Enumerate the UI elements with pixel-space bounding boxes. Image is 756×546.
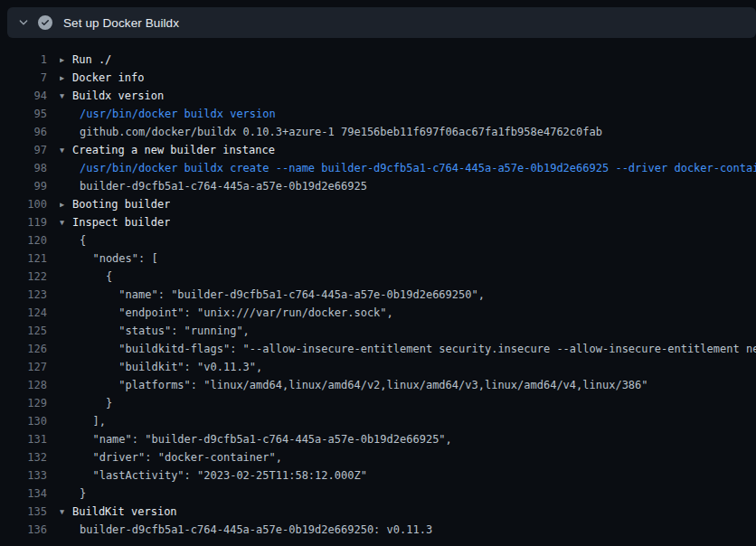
log-text: builder-d9cfb5a1-c764-445a-a57e-0b19d2e6… [80, 523, 432, 536]
log-text: { [80, 270, 112, 283]
line-number[interactable]: 122 [0, 270, 47, 283]
log-line[interactable]: 96 github.com/docker/buildx 0.10.3+azure… [0, 123, 756, 141]
log-text: } [80, 487, 86, 500]
log-line[interactable]: 134 } [0, 485, 756, 503]
log-text: "platforms": "linux/amd64,linux/amd64/v2… [80, 379, 648, 391]
triangle-right-icon: ▶ [60, 55, 72, 64]
step-title: Set up Docker Buildx [63, 16, 179, 30]
log-line[interactable]: 98 /usr/bin/docker buildx create --name … [0, 159, 756, 177]
triangle-down-icon: ▼ [60, 91, 72, 100]
log-line[interactable]: 128 "platforms": "linux/amd64,linux/amd6… [0, 376, 756, 394]
log-text: /usr/bin/docker buildx version [80, 108, 276, 120]
line-number[interactable]: 136 [0, 523, 47, 536]
log-text: "driver": "docker-container", [80, 451, 282, 464]
triangle-right-icon: ▶ [60, 200, 72, 209]
log-text: Buildx version [72, 89, 164, 102]
line-number[interactable]: 99 [0, 180, 47, 193]
chevron-down-icon[interactable] [16, 16, 30, 30]
log-area: 1 ▶ Run ./ 7 ▶ Docker info 94 ▼ Buildx v… [0, 38, 756, 539]
log-line[interactable]: 127 "buildkit": "v0.11.3", [0, 358, 756, 376]
line-number[interactable]: 7 [0, 71, 47, 84]
line-number[interactable]: 126 [0, 343, 47, 355]
log-text: Booting builder [72, 198, 170, 211]
log-text: Run ./ [72, 53, 111, 66]
log-text: { [80, 234, 86, 247]
line-number[interactable]: 129 [0, 397, 47, 410]
line-number[interactable]: 120 [0, 234, 47, 247]
log-text: builder-d9cfb5a1-c764-445a-a57e-0b19d2e6… [80, 180, 367, 193]
line-number[interactable]: 131 [0, 433, 47, 446]
triangle-down-icon: ▼ [60, 507, 72, 516]
log-line[interactable]: 130 ], [0, 412, 756, 430]
log-text: "name": "builder-d9cfb5a1-c764-445a-a57e… [80, 433, 452, 446]
line-number[interactable]: 135 [0, 505, 47, 518]
line-number[interactable]: 127 [0, 361, 47, 373]
log-line[interactable]: 94 ▼ Buildx version [0, 87, 756, 105]
log-line[interactable]: 120 { [0, 231, 756, 249]
log-text: "nodes": [ [80, 252, 158, 265]
step-header[interactable]: Set up Docker Buildx [7, 7, 756, 38]
log-text: "status": "running", [80, 325, 250, 337]
line-number[interactable]: 125 [0, 325, 47, 337]
line-number[interactable]: 133 [0, 469, 47, 482]
log-text: "name": "builder-d9cfb5a1-c764-445a-a57e… [80, 288, 485, 301]
line-number[interactable]: 97 [0, 144, 47, 156]
line-number[interactable]: 132 [0, 451, 47, 464]
line-number[interactable]: 123 [0, 288, 47, 301]
line-number[interactable]: 1 [0, 53, 47, 66]
log-line[interactable]: 7 ▶ Docker info [0, 69, 756, 87]
log-line[interactable]: 135 ▼ BuildKit version [0, 503, 756, 521]
log-line[interactable]: 99 builder-d9cfb5a1-c764-445a-a57e-0b19d… [0, 177, 756, 195]
log-line[interactable]: 121 "nodes": [ [0, 249, 756, 268]
triangle-right-icon: ▶ [60, 73, 72, 82]
log-text: "lastActivity": "2023-02-25T11:58:12.000… [80, 469, 367, 482]
log-line[interactable]: 132 "driver": "docker-container", [0, 448, 756, 466]
line-number[interactable]: 94 [0, 89, 47, 102]
log-line[interactable]: 119 ▼ Inspect builder [0, 213, 756, 231]
log-line[interactable]: 97 ▼ Creating a new builder instance [0, 141, 756, 159]
line-number[interactable]: 98 [0, 162, 47, 174]
log-line[interactable]: 100 ▶ Booting builder [0, 195, 756, 213]
log-line[interactable]: 1 ▶ Run ./ [0, 51, 756, 69]
log-line[interactable]: 129 } [0, 394, 756, 412]
line-number[interactable]: 134 [0, 487, 47, 500]
log-text: } [80, 397, 112, 410]
log-line[interactable]: 95 /usr/bin/docker buildx version [0, 105, 756, 123]
line-number[interactable]: 128 [0, 379, 47, 391]
line-number[interactable]: 100 [0, 198, 47, 211]
log-text: /usr/bin/docker buildx create --name bui… [80, 162, 756, 174]
line-number[interactable]: 121 [0, 252, 47, 265]
log-line[interactable]: 126 "buildkitd-flags": "--allow-insecure… [0, 340, 756, 358]
log-line[interactable]: 125 "status": "running", [0, 322, 756, 340]
log-line[interactable]: 123 "name": "builder-d9cfb5a1-c764-445a-… [0, 286, 756, 304]
log-text: Creating a new builder instance [72, 144, 275, 156]
line-number[interactable]: 130 [0, 415, 47, 428]
log-line[interactable]: 131 "name": "builder-d9cfb5a1-c764-445a-… [0, 430, 756, 448]
line-number[interactable]: 119 [0, 216, 47, 229]
line-number[interactable]: 95 [0, 108, 47, 120]
log-text: Docker info [72, 71, 144, 84]
log-text: "buildkitd-flags": "--allow-insecure-ent… [80, 343, 756, 355]
log-line[interactable]: 136 builder-d9cfb5a1-c764-445a-a57e-0b19… [0, 521, 756, 539]
line-number[interactable]: 96 [0, 126, 47, 138]
triangle-down-icon: ▼ [60, 146, 72, 155]
log-text: BuildKit version [72, 505, 177, 518]
log-line[interactable]: 122 { [0, 268, 756, 286]
triangle-down-icon: ▼ [60, 218, 72, 227]
line-number[interactable]: 124 [0, 306, 47, 319]
log-line[interactable]: 133 "lastActivity": "2023-02-25T11:58:12… [0, 466, 756, 485]
log-text: "endpoint": "unix:///var/run/docker.sock… [80, 306, 393, 319]
log-text: github.com/docker/buildx 0.10.3+azure-1 … [80, 126, 602, 138]
log-line[interactable]: 124 "endpoint": "unix:///var/run/docker.… [0, 304, 756, 322]
chevron-down-glyph [17, 16, 30, 29]
check-circle-icon [38, 15, 52, 30]
log-text: Inspect builder [72, 216, 170, 229]
log-text: ], [80, 415, 106, 428]
log-text: "buildkit": "v0.11.3", [80, 361, 262, 373]
check-circle-glyph [38, 15, 52, 30]
